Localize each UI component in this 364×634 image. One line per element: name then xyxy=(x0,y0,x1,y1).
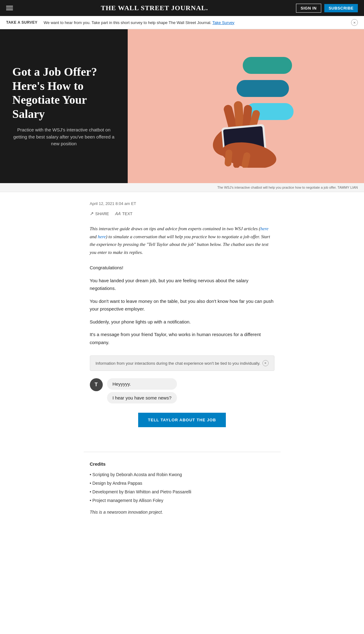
article-paragraph-4: Suddenly, your phone lights up with a no… xyxy=(90,318,274,326)
article-tools: ↗ SHARE 𝘈𝘈 TEXT xyxy=(90,211,274,216)
article-link-2[interactable]: here xyxy=(98,234,106,239)
chat-bubble-2: I hear you have some news? xyxy=(107,392,177,403)
wsj-logo: THE WALL STREET JOURNAL. xyxy=(13,4,296,12)
hero-illustration-panel xyxy=(128,29,364,183)
chat-avatar: T xyxy=(90,378,103,391)
article-intro: This interactive guide draws on tips and… xyxy=(90,225,274,256)
credits-item-2: Design by Andrea Pappas xyxy=(90,479,274,488)
chat-bubbles: Heyyyyy. I hear you have some news? xyxy=(107,378,177,403)
credits-item-3: Development by Brian Whitton and Pietro … xyxy=(90,488,274,496)
article-paragraph-5: It's a message from your friend Taylor, … xyxy=(90,331,274,346)
article-date: April 12, 2021 8:04 am ET xyxy=(90,201,274,206)
text-size-icon: 𝘈𝘈 xyxy=(115,211,121,216)
article-paragraph-2: You have landed your dream job, but you … xyxy=(90,277,274,292)
article-link-1[interactable]: here xyxy=(260,226,268,231)
chat-message-row: T Heyyyyy. I hear you have some news? xyxy=(90,378,274,403)
survey-label: TAKE A SURVEY xyxy=(6,20,38,25)
svg-rect-1 xyxy=(237,80,289,97)
survey-link[interactable]: Take Survey xyxy=(212,20,234,25)
image-caption: The WSJ's interactive chatbot will help … xyxy=(0,183,364,192)
credits-item-1: Scripting by Deborah Acosta and Robin Kw… xyxy=(90,470,274,479)
credits-title: Credits xyxy=(90,461,274,467)
hero-title: Got a Job Offer? Here's How to Negotiate… xyxy=(12,65,115,121)
share-button[interactable]: ↗ SHARE xyxy=(90,211,109,216)
hero-section: Got a Job Offer? Here's How to Negotiate… xyxy=(0,29,364,183)
survey-close-button[interactable]: × xyxy=(351,19,358,26)
survey-text: We want to hear from you. Take part in t… xyxy=(44,20,345,25)
credits-list: Scripting by Deborah Acosta and Robin Kw… xyxy=(90,470,274,505)
top-nav: THE WALL STREET JOURNAL. SIGN IN SUBSCRI… xyxy=(0,0,364,16)
article-body: Congratulations! You have landed your dr… xyxy=(90,264,274,346)
hero-subtitle: Practice with the WSJ's interactive chat… xyxy=(12,126,115,147)
share-icon: ↗ xyxy=(90,211,94,216)
signin-button[interactable]: SIGN IN xyxy=(296,4,321,13)
credits-item-4: Project management by Allison Foley xyxy=(90,496,274,505)
credits-note: This is a newsroom innovation project. xyxy=(90,510,274,515)
subscribe-button[interactable]: SUBSCRIBE xyxy=(324,4,358,12)
svg-rect-0 xyxy=(243,57,292,74)
cta-button-wrapper: TELL TAYLOR ABOUT THE JOB xyxy=(90,413,274,427)
hero-illustration xyxy=(187,45,304,168)
nav-buttons: SIGN IN SUBSCRIBE xyxy=(296,4,358,13)
survey-banner: TAKE A SURVEY We want to hear from you. … xyxy=(0,16,364,29)
hero-left: Got a Job Offer? Here's How to Negotiate… xyxy=(0,29,128,183)
credits-section: Credits Scripting by Deborah Acosta and … xyxy=(84,452,281,533)
chat-section: T Heyyyyy. I hear you have some news? TE… xyxy=(84,378,281,452)
chat-bubble-1: Heyyyyy. xyxy=(107,378,177,390)
info-box-close-button[interactable]: × xyxy=(262,360,269,366)
info-box: Information from your interactions durin… xyxy=(90,355,274,371)
hamburger-menu[interactable] xyxy=(6,6,13,10)
article-paragraph-3: You don't want to leave money on the tab… xyxy=(90,297,274,313)
text-size-button[interactable]: 𝘈𝘈 TEXT xyxy=(115,211,132,216)
tell-taylor-button[interactable]: TELL TAYLOR ABOUT THE JOB xyxy=(138,413,226,427)
info-box-text: Information from your interactions durin… xyxy=(96,361,261,366)
article-paragraph-1: Congratulations! xyxy=(90,264,274,272)
article-content: April 12, 2021 8:04 am ET ↗ SHARE 𝘈𝘈 TEX… xyxy=(84,192,281,371)
